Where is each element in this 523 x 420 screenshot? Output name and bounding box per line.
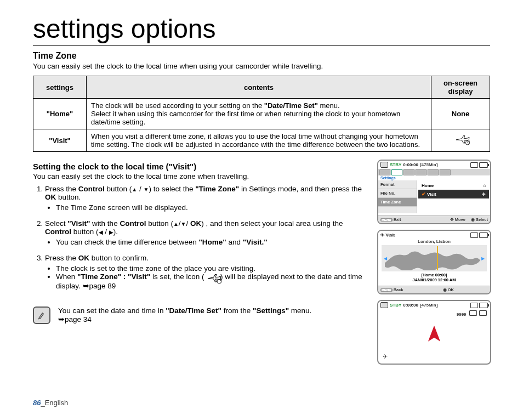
osd-settings-screen: STBY 0:00:00 [475Min] Settings Format (377, 160, 491, 224)
cell-contents-home: The clock will be used according to your… (87, 99, 431, 129)
side-item-format: Format (378, 180, 417, 189)
photo-icon (469, 310, 477, 316)
osd-count: 9999 (457, 312, 467, 317)
camera-icon (380, 302, 388, 308)
page-number: 86_English (33, 399, 68, 407)
home-icon: ⌂ (483, 183, 486, 188)
record-cursor-icon (425, 323, 444, 348)
osd-option-home: Home ⌂ (418, 181, 489, 190)
table-row: "Visit" When you visit a different time … (33, 129, 490, 152)
th-contents: contents (87, 76, 431, 99)
subsection-heading: Setting the clock to the local time ("Vi… (33, 162, 369, 171)
page-ref-icon (83, 282, 89, 290)
cell-display-home: None (431, 99, 490, 129)
side-item-fileno: File No. (378, 189, 417, 198)
th-display: on-screen display (431, 76, 490, 99)
plane-clock-icon (454, 134, 467, 143)
osd-options: Home ⌂ ✔Visit ✈ (417, 180, 490, 213)
osd-select: Select (476, 217, 488, 222)
osd-date: JAN/01/2009 12:00 AM (413, 277, 456, 282)
osd-record-screen: STBY 0:00:00 [475Min] 9999 ✈ (377, 300, 491, 365)
card-icon (470, 162, 478, 168)
right-icon (109, 228, 113, 236)
side-item-timezone: Time Zone (378, 198, 417, 207)
osd-back: Back (394, 287, 403, 292)
cell-contents-visit: When you visit a different time zone, it… (87, 129, 431, 152)
check-icon: ✔ (422, 191, 426, 197)
step-3-bullet-1: The clock is set to the time zone of the… (56, 264, 369, 273)
osd-visit-screen: ✈ Visit London, Lisbon ◀ ▶ [Home 00:00] … (377, 230, 491, 294)
left-arrow-icon: ◀ (384, 256, 387, 261)
table-row: "Home" The clock will be used according … (33, 99, 490, 129)
osd-remain: [475Min] (420, 162, 437, 167)
tab-icon (416, 169, 427, 175)
step-3: Press the OK button to confirm. The cloc… (45, 254, 369, 290)
section-heading: Time Zone (33, 51, 490, 61)
osd-tabs (378, 169, 490, 175)
osd-ok: OK (448, 287, 454, 292)
tab-icon (403, 169, 414, 175)
settings-table: settings contents on-screen display "Hom… (33, 76, 490, 152)
down-icon (181, 219, 186, 228)
osd-status: STBY (390, 303, 401, 308)
steps-list: Press the Control button ( / ) to select… (33, 185, 369, 290)
world-map: ◀ ▶ (382, 245, 487, 271)
osd-city: London, Lisbon (378, 239, 490, 244)
card-icon (470, 303, 478, 308)
tab-icon (440, 169, 451, 175)
tab-icon (391, 169, 402, 175)
camera-icon (380, 162, 388, 168)
tab-icon (379, 169, 390, 175)
plane-icon: ✈ (482, 192, 486, 197)
battery-icon (479, 162, 488, 168)
plane-clock-icon: ✈ (383, 353, 388, 360)
osd-time: 0:00:00 (403, 303, 418, 308)
card-icon (470, 232, 478, 238)
svg-point-1 (217, 280, 221, 284)
tab-icon (428, 169, 439, 175)
step-1: Press the Control button ( / ) to select… (45, 185, 369, 212)
subsection-intro: You can easily set the clock to the loca… (33, 172, 369, 180)
menu-button-label: MENU (380, 218, 393, 222)
step-2-bullet: You can check the time difference betwee… (56, 238, 369, 246)
osd-exit: Exit (394, 217, 401, 222)
osd-side-menu: Format File No. Time Zone (378, 180, 417, 213)
mode-icon (479, 310, 487, 316)
up-icon (132, 185, 137, 193)
osd-time: 0:00:00 (403, 162, 418, 167)
battery-icon (479, 303, 488, 308)
osd-home-time: [Home 00:00] (421, 273, 447, 277)
section-intro: You can easily set the clock to the loca… (33, 62, 490, 70)
osd-move: Move (455, 217, 465, 222)
menu-button-label: MENU (380, 288, 393, 292)
note-text: You can set the date and time in "Date/T… (58, 307, 311, 323)
cell-display-visit (431, 129, 490, 152)
down-icon (143, 185, 149, 193)
up-icon (173, 219, 179, 228)
page-title: settings options (33, 14, 490, 46)
step-1-bullet: The Time Zone screen will be displayed. (56, 203, 369, 212)
step-2: Select "Visit" with the Control button (… (45, 219, 369, 246)
plane-clock-icon (206, 273, 218, 281)
step-3-bullet-2: When "Time Zone" : "Visit" is set, the i… (56, 273, 369, 290)
osd-status: STBY (390, 162, 401, 167)
osd-visit-title: Visit (385, 232, 395, 237)
page-ref-icon (58, 315, 65, 323)
th-settings: settings (33, 76, 87, 99)
left-icon (99, 228, 103, 236)
battery-icon (479, 232, 488, 238)
cell-setting-visit: "Visit" (33, 129, 87, 152)
right-arrow-icon: ▶ (481, 256, 485, 261)
osd-settings-label: Settings (378, 175, 490, 180)
note-icon (33, 307, 50, 324)
osd-remain: [475Min] (420, 303, 437, 308)
cell-setting-home: "Home" (33, 99, 87, 129)
osd-option-visit: ✔Visit ✈ (418, 190, 489, 198)
